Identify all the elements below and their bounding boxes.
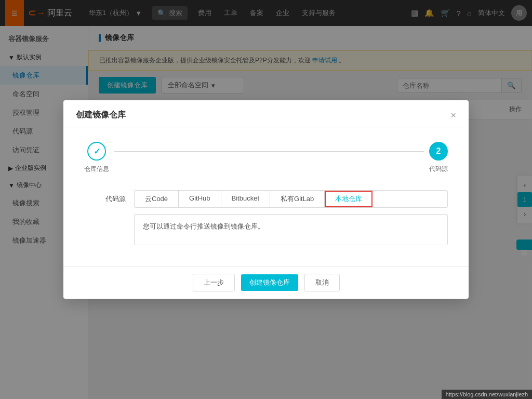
modal-overlay[interactable]: 创建镜像仓库 × ✓ 仓库信息 2 代码源 <box>0 0 532 399</box>
step1-circle: ✓ <box>87 142 106 161</box>
dialog-body: ✓ 仓库信息 2 代码源 代码源 云Code <box>63 127 469 266</box>
step1-label: 仓库信息 <box>84 165 109 174</box>
dialog-footer: 上一步 创建镜像仓库 取消 <box>63 266 469 299</box>
tab-private-gitlab[interactable]: 私有GitLab <box>270 191 325 207</box>
prev-button[interactable]: 上一步 <box>193 274 235 291</box>
dialog-create-button[interactable]: 创建镜像仓库 <box>241 274 298 291</box>
tab-bitbucket[interactable]: Bitbucket <box>221 191 270 207</box>
step-line <box>114 151 424 152</box>
step2-circle: 2 <box>429 142 448 161</box>
dialog-title: 创建镜像仓库 <box>76 110 126 121</box>
info-box: 您可以通过命令行推送镜像到镜像仓库。 <box>134 214 448 245</box>
step2-label: 代码源 <box>429 165 448 174</box>
code-source-row: 代码源 云Code GitHub Bitbucket 私有GitL <box>84 190 448 245</box>
tab-local-repo[interactable]: 本地仓库 <box>325 191 373 207</box>
code-source-control: 云Code GitHub Bitbucket 私有GitLab 本地仓库 <box>134 190 448 245</box>
url-bar: https://blog.csdn.net/wuxianjiezh <box>442 390 532 399</box>
close-button[interactable]: × <box>450 111 456 120</box>
cancel-button[interactable]: 取消 <box>304 274 340 291</box>
code-source-tabs: 云Code GitHub Bitbucket 私有GitLab 本地仓库 <box>134 190 448 208</box>
stepper: ✓ 仓库信息 2 代码源 <box>84 142 448 174</box>
dialog-header: 创建镜像仓库 × <box>63 100 469 127</box>
step-2: 2 代码源 <box>429 142 448 174</box>
tab-github[interactable]: GitHub <box>179 191 221 207</box>
create-dialog: 创建镜像仓库 × ✓ 仓库信息 2 代码源 <box>63 100 469 299</box>
url-text: https://blog.csdn.net/wuxianjiezh <box>446 391 528 397</box>
step2-number: 2 <box>436 147 441 156</box>
step-1: ✓ 仓库信息 <box>84 142 109 174</box>
info-text: 您可以通过命令行推送镜像到镜像仓库。 <box>143 222 264 230</box>
tab-yuncode[interactable]: 云Code <box>135 191 179 207</box>
step1-done-icon: ✓ <box>94 147 100 156</box>
code-source-label: 代码源 <box>84 190 126 204</box>
